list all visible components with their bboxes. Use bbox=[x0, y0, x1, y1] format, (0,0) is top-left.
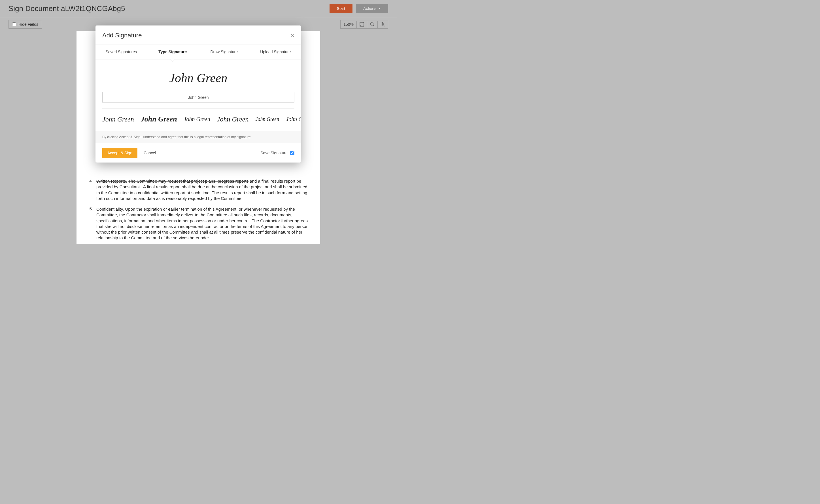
item-heading: Written Reports. bbox=[96, 179, 127, 183]
fit-to-screen-icon[interactable] bbox=[357, 21, 367, 28]
footer-left: Accept & Sign Cancel bbox=[102, 148, 157, 158]
add-signature-modal: Add Signature Saved Signatures Type Sign… bbox=[95, 25, 301, 163]
start-button[interactable]: Start bbox=[329, 4, 353, 13]
header-actions: Start Actions bbox=[329, 4, 388, 13]
tab-saved-signatures[interactable]: Saved Signatures bbox=[95, 44, 147, 59]
item-text: Written Reports. The Committee may reque… bbox=[96, 178, 309, 201]
svg-line-2 bbox=[373, 25, 374, 27]
document-list-item: 5. Confidentiality. Upon the expiration … bbox=[88, 206, 309, 241]
signature-tabs: Saved Signatures Type Signature Draw Sig… bbox=[95, 44, 301, 59]
document-content: 4. Written Reports. The Committee may re… bbox=[88, 178, 309, 241]
actions-label: Actions bbox=[363, 6, 376, 11]
tab-upload-signature[interactable]: Upload Signature bbox=[250, 44, 301, 59]
hide-fields-toggle[interactable]: Hide Fields bbox=[8, 20, 42, 29]
signature-style-option[interactable]: John Green bbox=[102, 116, 134, 123]
document-list-item: 4. Written Reports. The Committee may re… bbox=[88, 178, 309, 201]
chevron-down-icon bbox=[378, 8, 381, 9]
item-tail: The Committee may request that project p… bbox=[128, 179, 248, 183]
item-body: Upon the expiration or earlier terminati… bbox=[96, 207, 308, 240]
signature-style-option[interactable]: John Green bbox=[286, 116, 301, 123]
signature-name-input[interactable] bbox=[102, 92, 294, 103]
signature-input-wrap bbox=[95, 92, 301, 108]
save-signature-label: Save Signature bbox=[260, 151, 287, 155]
zoom-out-icon[interactable] bbox=[367, 21, 378, 28]
item-number: 5. bbox=[88, 206, 93, 241]
modal-footer: Accept & Sign Cancel Save Signature bbox=[95, 143, 301, 163]
signature-style-option[interactable]: John Green bbox=[255, 116, 279, 122]
tab-type-signature[interactable]: Type Signature bbox=[147, 44, 199, 59]
item-heading: Confidentiality. bbox=[96, 207, 124, 212]
signature-style-option[interactable]: John Green bbox=[217, 116, 249, 123]
zoom-level: 150% bbox=[340, 21, 357, 28]
save-signature-checkbox[interactable] bbox=[290, 151, 294, 155]
close-icon[interactable] bbox=[290, 33, 294, 37]
hide-fields-label: Hide Fields bbox=[18, 22, 38, 27]
zoom-controls: 150% bbox=[340, 20, 388, 29]
item-number: 4. bbox=[88, 178, 93, 201]
zoom-in-icon[interactable] bbox=[378, 21, 388, 28]
signature-style-option[interactable]: John Green bbox=[184, 116, 210, 123]
save-signature-toggle[interactable]: Save Signature bbox=[260, 151, 294, 155]
legal-disclaimer: By clicking Accept & Sign I understand a… bbox=[95, 131, 301, 143]
hide-fields-checkbox[interactable] bbox=[12, 22, 16, 26]
page-title: Sign Document aLW2t1QNCGAbg5 bbox=[8, 4, 125, 13]
page-header: Sign Document aLW2t1QNCGAbg5 Start Actio… bbox=[0, 0, 397, 17]
tab-draw-signature[interactable]: Draw Signature bbox=[198, 44, 250, 59]
signature-style-option[interactable]: John Green bbox=[141, 115, 177, 123]
modal-title: Add Signature bbox=[102, 32, 142, 39]
actions-dropdown-button[interactable]: Actions bbox=[356, 4, 388, 13]
cancel-button[interactable]: Cancel bbox=[142, 148, 157, 158]
svg-line-5 bbox=[383, 25, 385, 27]
signature-preview: John Green bbox=[95, 59, 301, 92]
item-text: Confidentiality. Upon the expiration or … bbox=[96, 206, 309, 241]
signature-style-picker: John Green John Green John Green John Gr… bbox=[95, 109, 301, 131]
modal-header: Add Signature bbox=[95, 25, 301, 44]
accept-sign-button[interactable]: Accept & Sign bbox=[102, 148, 137, 158]
